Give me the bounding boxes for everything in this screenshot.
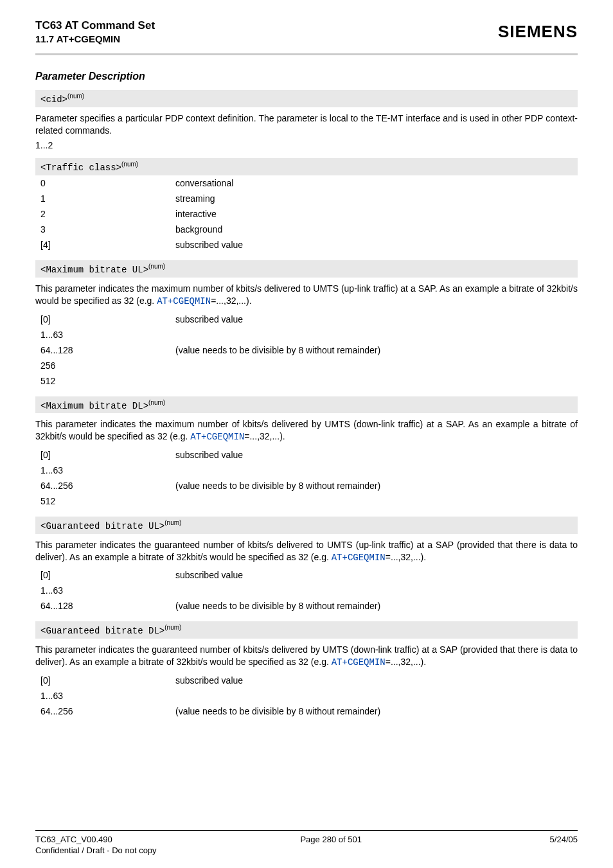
table-row: 1...63: [35, 327, 578, 342]
value-table-gua-dl: [0]subscribed value 1...63 64...256(valu…: [35, 673, 578, 719]
value-key: 1...63: [35, 583, 175, 598]
value-desc: subscribed value: [175, 567, 578, 583]
value-desc: [175, 373, 578, 389]
table-row: [0]subscribed value: [35, 447, 578, 463]
param-desc-gua-ul: This parameter indicates the guaranteed …: [35, 539, 578, 564]
table-row: [0]subscribed value: [35, 312, 578, 327]
value-key: 1...63: [35, 463, 175, 478]
value-key: 1...63: [35, 688, 175, 704]
table-row: 64...128(value needs to be divisible by …: [35, 342, 578, 358]
value-key: [4]: [35, 237, 175, 252]
table-row: 1...63: [35, 688, 578, 704]
param-sup: (num): [164, 624, 181, 631]
footer-date: 5/24/05: [550, 835, 578, 844]
param-header-max-ul: <Maximum bitrate UL>(num): [35, 260, 578, 278]
param-sup: (num): [67, 93, 84, 100]
value-desc: subscribed value: [175, 673, 578, 688]
table-row: 2interactive: [35, 206, 578, 222]
value-desc: [175, 493, 578, 509]
param-header-gua-dl: <Guaranteed bitrate DL>(num): [35, 621, 578, 639]
at-command-link[interactable]: AT+CGEQMIN: [157, 296, 211, 306]
desc-text: This parameter indicates the guaranteed …: [35, 540, 578, 562]
value-desc: (value needs to be divisible by 8 withou…: [175, 598, 578, 614]
section-title: Parameter Description: [35, 71, 578, 82]
param-desc-max-ul: This parameter indicates the maximum num…: [35, 283, 578, 308]
at-command-link[interactable]: AT+CGEQMIN: [332, 553, 386, 563]
footer-version: TC63_ATC_V00.490: [35, 835, 112, 844]
table-row: 64...256(value needs to be divisible by …: [35, 478, 578, 493]
at-command-link[interactable]: AT+CGEQMIN: [190, 432, 244, 442]
value-key: [0]: [35, 447, 175, 463]
value-desc: [175, 463, 578, 478]
param-sup: (num): [164, 519, 181, 526]
doc-title: TC63 AT Command Set: [35, 19, 155, 32]
value-key: 512: [35, 373, 175, 389]
table-row: 512: [35, 373, 578, 389]
table-row: 512: [35, 493, 578, 509]
footer-page: Page 280 of 501: [300, 835, 361, 844]
desc-text: =...,32,...).: [386, 552, 426, 562]
desc-text: This parameter indicates the maximum num…: [35, 419, 578, 441]
param-desc-cid: Parameter specifies a particular PDP con…: [35, 112, 578, 137]
value-desc: interactive: [175, 206, 578, 222]
value-desc: background: [175, 222, 578, 237]
value-key: 1: [35, 191, 175, 206]
table-row: 1...63: [35, 583, 578, 598]
desc-text: =...,32,...).: [386, 657, 426, 667]
value-key: [0]: [35, 673, 175, 688]
value-desc: conversational: [175, 175, 578, 191]
table-row: [4]subscribed value: [35, 237, 578, 252]
value-desc: subscribed value: [175, 312, 578, 327]
param-header-traffic-class: <Traffic class>(num): [35, 158, 578, 175]
desc-text: =...,32,...).: [244, 431, 285, 441]
param-name: <Traffic class>: [40, 163, 121, 173]
value-key: 512: [35, 493, 175, 509]
param-range-cid: 1...2: [35, 140, 578, 150]
value-key: 3: [35, 222, 175, 237]
value-desc: subscribed value: [175, 237, 578, 252]
value-table-max-ul: [0]subscribed value 1...63 64...128(valu…: [35, 312, 578, 389]
param-sup: (num): [148, 399, 165, 406]
param-header-gua-ul: <Guaranteed bitrate UL>(num): [35, 517, 578, 534]
value-desc: (value needs to be divisible by 8 withou…: [175, 704, 578, 719]
value-key: 1...63: [35, 327, 175, 342]
value-table-gua-ul: [0]subscribed value 1...63 64...128(valu…: [35, 567, 578, 614]
param-sup: (num): [148, 263, 165, 270]
table-row: 0conversational: [35, 175, 578, 191]
table-row: 256: [35, 358, 578, 373]
value-desc: (value needs to be divisible by 8 withou…: [175, 478, 578, 493]
param-name: <Maximum bitrate DL>: [40, 400, 148, 411]
value-desc: streaming: [175, 191, 578, 206]
table-row: 3background: [35, 222, 578, 237]
param-name: <Guaranteed bitrate DL>: [40, 626, 164, 636]
header-divider: [35, 53, 578, 55]
table-row: 1streaming: [35, 191, 578, 206]
footer-divider: [35, 830, 578, 831]
value-key: [0]: [35, 567, 175, 583]
value-key: 2: [35, 206, 175, 222]
table-row: 64...128(value needs to be divisible by …: [35, 598, 578, 614]
value-desc: [175, 358, 578, 373]
value-desc: (value needs to be divisible by 8 withou…: [175, 342, 578, 358]
param-header-max-dl: <Maximum bitrate DL>(num): [35, 396, 578, 414]
brand-logo: SIEMENS: [498, 19, 578, 42]
desc-text: This parameter indicates the guaranteed …: [35, 644, 578, 667]
param-name: <Maximum bitrate UL>: [40, 265, 148, 275]
table-row: [0]subscribed value: [35, 567, 578, 583]
param-desc-gua-dl: This parameter indicates the guaranteed …: [35, 644, 578, 669]
desc-text: This parameter indicates the maximum num…: [35, 283, 578, 306]
footer-confidential: Confidential / Draft - Do not copy: [35, 846, 578, 855]
page-footer: TC63_ATC_V00.490 Page 280 of 501 5/24/05…: [35, 830, 578, 855]
param-name: <cid>: [40, 94, 67, 105]
table-row: [0]subscribed value: [35, 673, 578, 688]
doc-subtitle: 11.7 AT+CGEQMIN: [35, 33, 155, 44]
table-row: 64...256(value needs to be divisible by …: [35, 704, 578, 719]
at-command-link[interactable]: AT+CGEQMIN: [332, 657, 386, 668]
value-desc: [175, 583, 578, 598]
param-sup: (num): [121, 161, 138, 168]
value-key: 64...256: [35, 478, 175, 493]
value-key: 64...256: [35, 704, 175, 719]
value-key: 256: [35, 358, 175, 373]
value-desc: [175, 688, 578, 704]
param-desc-max-dl: This parameter indicates the maximum num…: [35, 418, 578, 443]
